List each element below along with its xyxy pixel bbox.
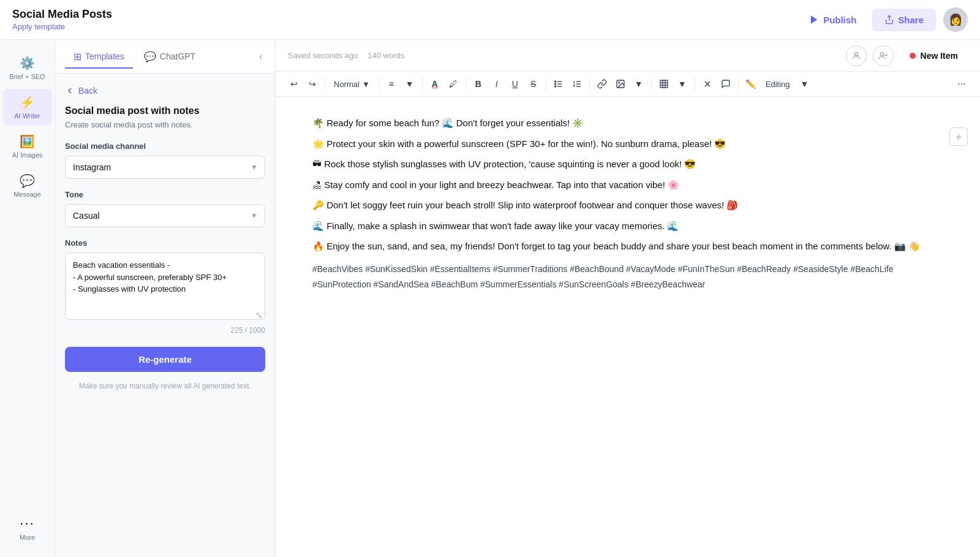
link-button[interactable]	[594, 75, 611, 93]
publish-icon	[809, 14, 820, 25]
user-avatar[interactable]: 👩	[943, 7, 968, 32]
message-icon: 💬	[20, 173, 35, 188]
collaborator-button-2[interactable]	[873, 45, 894, 66]
sidebar-item-ai-writer[interactable]: ⚡ AI Writer	[3, 89, 52, 126]
comment-icon	[721, 79, 731, 89]
toolbar-more-button[interactable]: ⋯	[953, 75, 970, 93]
content-line-7: 🔥 Enjoy the sun, sand, and sea, my frien…	[312, 238, 943, 254]
main-content: ⚙️ Brief + SEO ⚡ AI Writer 🖼️ AI Images …	[0, 40, 980, 557]
ai-writer-icon: ⚡	[20, 95, 35, 110]
editing-badge: Editing	[761, 77, 795, 91]
sidebar-item-message[interactable]: 💬 Message	[3, 167, 52, 204]
editor-header-right: New Item	[846, 45, 968, 66]
ai-disclaimer: Make sure you manually review all AI gen…	[65, 381, 265, 392]
italic-button[interactable]: I	[488, 75, 505, 93]
format-clear-button[interactable]	[699, 75, 716, 93]
regenerate-button[interactable]: Re-generate	[65, 347, 265, 372]
content-line-4: 🏖 Stay comfy and cool in your light and …	[312, 177, 943, 193]
text-color-button[interactable]: A	[426, 75, 443, 93]
side-nav: ⚙️ Brief + SEO ⚡ AI Writer 🖼️ AI Images …	[0, 40, 55, 557]
toolbar-divider-3	[422, 78, 423, 90]
table-chevron-button[interactable]: ▼	[674, 75, 691, 93]
sidebar-item-brief-seo[interactable]: ⚙️ Brief + SEO	[3, 50, 52, 86]
bullet-list-button[interactable]	[550, 75, 567, 93]
chatgpt-tab-icon: 💬	[144, 51, 156, 63]
publish-button[interactable]: Publish	[800, 9, 865, 30]
tab-templates[interactable]: ⊞ Templates	[65, 46, 133, 69]
back-button[interactable]: Back	[65, 86, 97, 96]
content-line-5: 🔑 Don't let soggy feet ruin your beach s…	[312, 197, 943, 213]
svg-point-1	[854, 52, 858, 55]
align-button[interactable]: ≡	[383, 75, 400, 93]
editor-header: Saved seconds ago 140 words New Item	[276, 40, 980, 72]
table-icon	[659, 79, 669, 89]
toolbar-divider-7	[651, 78, 652, 90]
toolbar-divider-9	[738, 78, 739, 90]
floating-add-button[interactable]: ＋	[949, 127, 968, 146]
editing-chevron-button[interactable]: ▼	[796, 75, 813, 93]
channel-label: Social media channel	[65, 142, 265, 151]
new-item-button[interactable]: New Item	[900, 46, 968, 66]
svg-point-9	[554, 83, 556, 85]
svg-point-2	[880, 52, 883, 55]
editor-toolbar: ↩ ↪ Normal ▼ ≡ ▼ A 🖊 B I U S	[276, 72, 980, 97]
sidebar-item-more[interactable]: ··· More	[3, 509, 52, 547]
back-icon	[65, 86, 75, 96]
bold-button[interactable]: B	[470, 75, 487, 93]
content-line-1: 🌴 Ready for some beach fun? 🌊 Don't forg…	[312, 115, 943, 131]
notes-textarea-wrapper: Beach vacation essentials - - A powerful…	[65, 252, 265, 322]
image-icon	[616, 79, 625, 89]
header-left: Social Media Posts Apply template	[12, 8, 112, 31]
numbered-list-button[interactable]	[568, 75, 586, 93]
more-icon: ···	[20, 515, 34, 531]
svg-marker-0	[811, 15, 818, 24]
table-button[interactable]	[655, 75, 673, 93]
svg-point-15	[618, 82, 619, 83]
svg-rect-16	[660, 80, 668, 88]
resize-handle-icon: ⤡	[255, 310, 263, 320]
editor-header-left: Saved seconds ago 140 words	[288, 51, 404, 60]
image-chevron-button[interactable]: ▼	[630, 75, 647, 93]
style-chevron-icon: ▼	[362, 80, 370, 89]
strikethrough-button[interactable]: S	[525, 75, 542, 93]
apply-template-link[interactable]: Apply template	[12, 22, 112, 31]
share-icon	[884, 15, 894, 25]
sidebar-item-ai-images[interactable]: 🖼️ AI Images	[3, 128, 52, 165]
highlight-button[interactable]: 🖊	[445, 75, 462, 93]
tone-select[interactable]: Casual Formal Friendly Professional	[65, 204, 265, 227]
content-hashtags: #BeachVibes #SunKissedSkin #EssentialIte…	[312, 262, 943, 292]
panel: ⊞ Templates 💬 ChatGPT ‹ Back Social medi…	[55, 40, 276, 557]
top-header: Social Media Posts Apply template Publis…	[0, 0, 980, 40]
editor-content[interactable]: ＋ 🌴 Ready for some beach fun? 🌊 Don't fo…	[276, 97, 980, 557]
underline-button[interactable]: U	[507, 75, 524, 93]
svg-point-10	[554, 86, 556, 87]
notes-textarea[interactable]: Beach vacation essentials - - A powerful…	[65, 252, 265, 320]
collaborator-button-1[interactable]	[846, 45, 867, 66]
content-line-6: 🌊 Finally, make a splash in swimwear tha…	[312, 218, 943, 234]
brief-seo-icon: ⚙️	[20, 56, 35, 70]
tone-select-wrapper: Casual Formal Friendly Professional ▼	[65, 204, 265, 227]
templates-tab-icon: ⊞	[74, 51, 81, 63]
tab-chatgpt[interactable]: 💬 ChatGPT	[135, 46, 204, 69]
content-line-3: 🕶 Rock those stylish sunglasses with UV …	[312, 156, 943, 172]
edit-mode-button[interactable]: ✏️	[742, 75, 760, 93]
redo-button[interactable]: ↪	[304, 75, 321, 93]
share-button[interactable]: Share	[872, 9, 936, 31]
image-button[interactable]	[612, 75, 629, 93]
add-user-icon	[878, 51, 888, 61]
panel-collapse-button[interactable]: ‹	[257, 48, 265, 66]
channel-select[interactable]: Instagram Twitter Facebook LinkedIn	[65, 156, 265, 179]
notes-label: Notes	[65, 238, 265, 248]
user-icon	[851, 51, 861, 61]
header-right: Publish Share 👩	[800, 7, 968, 32]
svg-point-8	[554, 81, 556, 82]
toolbar-divider-5	[546, 78, 546, 90]
link-icon	[597, 79, 607, 89]
page-title: Social Media Posts	[12, 8, 112, 21]
style-dropdown[interactable]: Normal ▼	[329, 77, 375, 91]
comment-button[interactable]	[717, 75, 734, 93]
saved-status: Saved seconds ago	[288, 51, 358, 60]
align-chevron-button[interactable]: ▼	[401, 75, 418, 93]
undo-button[interactable]: ↩	[285, 75, 303, 93]
word-count: 140 words	[368, 51, 404, 60]
